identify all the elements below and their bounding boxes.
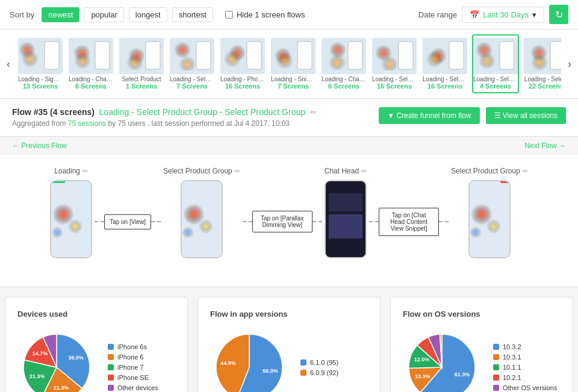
strip-item-6[interactable]: Loading - Chat Head...6 Screens: [320, 34, 367, 93]
strip-item-label-3: Loading - Select Prod...: [170, 76, 214, 82]
strip-item-count-7: 16 Screens: [377, 82, 412, 90]
strip-item-label-0: Loading - Sign Up - S...: [18, 76, 63, 82]
strip-item-label-5: Loading - Snippets -...: [271, 76, 315, 82]
screen-label-1: Select Product Group ✏: [163, 167, 240, 175]
os-versions-card: Flow on OS versions 10.3.210.3.110.1.110…: [390, 297, 573, 392]
legend-dot: [108, 364, 114, 370]
sort-popular-button[interactable]: popular: [84, 7, 123, 22]
strip-item-2[interactable]: Select Product1 Screens: [118, 34, 165, 93]
devices-legend: iPhone 6siPhone 6iPhone 7iPhone SEOther …: [108, 343, 158, 391]
strip-item-thumb-0: [18, 38, 63, 74]
screen-edit-icon-1[interactable]: ✏: [235, 167, 240, 175]
strip-item-count-3: 7 Screens: [176, 82, 208, 90]
next-flow-link[interactable]: Next Flow →: [524, 142, 566, 150]
legend-label: Other OS versions: [503, 384, 557, 391]
refresh-button[interactable]: ↻: [549, 5, 568, 24]
legend-item: 10.3.2: [493, 343, 557, 350]
legend-item: 10.3.1: [493, 353, 557, 361]
sort-shortest-button[interactable]: shortest: [172, 7, 213, 22]
date-range-section: Date range 📅 Last 30 Days ▾ ↻: [418, 5, 568, 24]
strip-item-7[interactable]: Loading - Select Prod...16 Screens: [371, 34, 418, 93]
strip-item-thumb-5: [271, 38, 315, 74]
screen-edit-icon-0[interactable]: ✏: [82, 167, 88, 175]
strip-item-count-1: 6 Screens: [75, 82, 107, 90]
action-box-1: Tap on [Parallax Dimming View]: [252, 211, 312, 232]
diagram-action-1: Tap on [Parallax Dimming View]: [243, 211, 322, 232]
diagram-screen-2: Chat Head ✏: [325, 167, 367, 258]
screen-edit-icon-3[interactable]: ✏: [523, 167, 528, 175]
strip-item-label-9: Loading - Select Prod...: [473, 76, 518, 82]
legend-item: 6.1.0 (95): [300, 359, 338, 366]
prev-flow-link[interactable]: ← Previous Flow: [12, 142, 67, 150]
strip-item-thumb-6: [322, 38, 366, 74]
legend-dot: [108, 375, 114, 381]
strip-item-label-1: Loading - Chat Head...: [69, 76, 113, 82]
create-funnel-button[interactable]: ▼ Create funnel from flow: [379, 107, 479, 124]
diagram-screen-1: Select Product Group ✏: [163, 167, 240, 258]
legend-label: 10.2.1: [503, 374, 521, 381]
hide-flows-checkbox[interactable]: [225, 11, 233, 19]
flow-strip: ‹ Loading - Sign Up - S...13 ScreensLoad…: [0, 30, 578, 99]
app-versions-legend: 6.1.0 (95)6.0.9 (92): [300, 359, 338, 376]
diagram-action-0: Tap on [View]: [95, 214, 161, 229]
os-versions-legend: 10.3.210.3.110.1.110.2.1Other OS version…: [493, 343, 557, 391]
strip-item-label-7: Loading - Select Prod...: [372, 76, 417, 82]
devices-pie: [17, 328, 96, 392]
phone-frame-0: START: [50, 180, 92, 258]
screen-label-0: Loading ✏: [54, 167, 88, 175]
strip-item-count-9: 4 Screens: [480, 82, 511, 90]
app-versions-pie: [210, 328, 288, 392]
legend-dot: [108, 385, 114, 391]
app-versions-chart: 6.1.0 (95)6.0.9 (92): [210, 328, 368, 392]
screen-edit-icon-2[interactable]: ✏: [361, 167, 367, 175]
strip-item-count-2: 1 Screens: [126, 82, 157, 90]
last-session-text: , last session performed at: [148, 119, 232, 128]
screen-badge-3: END: [500, 180, 511, 183]
legend-item: iPhone 7: [108, 364, 158, 371]
devices-chart: iPhone 6siPhone 6iPhone 7iPhone SEOther …: [17, 328, 175, 392]
legend-dot: [493, 354, 499, 360]
action-box-0: Tap on [View]: [104, 214, 151, 229]
strip-item-4[interactable]: Loading - Photo Previ...16 Screens: [219, 34, 266, 93]
strip-item-8[interactable]: Loading - Select Prod...16 Screens: [421, 34, 468, 93]
strip-item-thumb-8: [423, 38, 467, 74]
aggregated-text: Aggregated from: [12, 119, 66, 128]
refresh-icon: ↻: [555, 9, 563, 20]
strip-item-count-8: 16 Screens: [427, 82, 462, 90]
strip-items: Loading - Sign Up - S...13 ScreensLoadin…: [17, 34, 561, 93]
legend-label: iPhone 6: [117, 353, 143, 361]
date-range-button[interactable]: 📅 Last 30 Days ▾: [462, 7, 544, 23]
flow-number: Flow #35 (4 screens): [12, 107, 95, 117]
os-versions-chart: 10.3.210.3.110.1.110.2.1Other OS version…: [403, 328, 561, 392]
legend-dot: [493, 385, 499, 391]
app-versions-title: Flow in app versions: [210, 310, 368, 319]
legend-dot: [493, 344, 499, 350]
legend-item: iPhone 6: [108, 353, 158, 361]
strip-item-5[interactable]: Loading - Snippets -...7 Screens: [270, 34, 317, 93]
hide-flows-toggle[interactable]: Hide 1 screen flows: [225, 10, 305, 19]
screen-label-3: Select Product Group ✏: [451, 167, 528, 175]
view-sessions-button[interactable]: ☰ View all sessions: [486, 107, 567, 124]
strip-item-thumb-4: [220, 38, 265, 74]
strip-item-0[interactable]: Loading - Sign Up - S...13 Screens: [17, 34, 64, 93]
sort-longest-button[interactable]: longest: [129, 7, 167, 22]
strip-left-arrow[interactable]: ‹: [0, 58, 17, 70]
strip-item-9[interactable]: Loading - Select Prod...4 Screens: [472, 34, 519, 93]
strip-item-3[interactable]: Loading - Select Prod...7 Screens: [169, 34, 216, 93]
legend-label: 10.1.1: [503, 364, 521, 371]
strip-item-1[interactable]: Loading - Chat Head...6 Screens: [67, 34, 114, 93]
strip-right-arrow[interactable]: ›: [561, 58, 578, 70]
legend-item: 10.1.1: [493, 364, 557, 371]
strip-item-thumb-1: [69, 38, 113, 74]
flow-actions: ▼ Create funnel from flow ☰ View all ses…: [379, 107, 566, 124]
flow-meta: Aggregated from 75 sessions by 75 users …: [12, 119, 317, 128]
strip-item-10[interactable]: Loading - Select22 Screens: [523, 34, 561, 93]
sort-newest-button[interactable]: newest: [42, 7, 79, 22]
sessions-link[interactable]: 75 sessions: [68, 119, 106, 128]
legend-item: Other devices: [108, 384, 158, 391]
edit-flow-name-icon[interactable]: ✏: [310, 108, 317, 117]
app-versions-card: Flow in app versions 6.1.0 (95)6.0.9 (92…: [197, 297, 381, 392]
os-versions-pie: [403, 328, 481, 392]
users-count: 75 users: [117, 119, 145, 128]
legend-label: iPhone 7: [117, 364, 143, 371]
